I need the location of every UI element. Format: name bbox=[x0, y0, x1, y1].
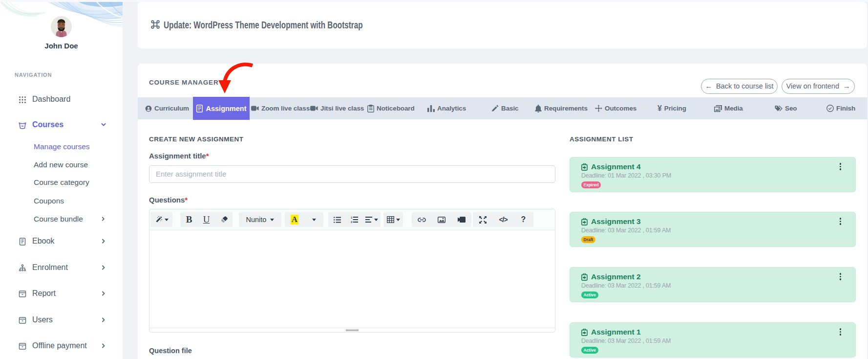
svg-text:1: 1 bbox=[351, 216, 352, 219]
svg-text:2: 2 bbox=[351, 221, 352, 223]
